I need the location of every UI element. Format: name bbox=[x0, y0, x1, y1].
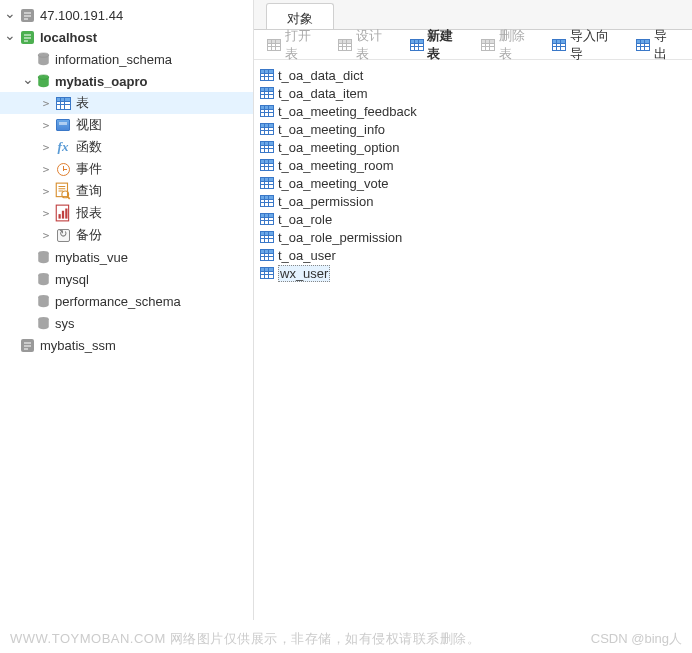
table-name: t_oa_user bbox=[278, 248, 336, 263]
queries-node[interactable]: 查询 bbox=[0, 180, 253, 202]
table-row[interactable]: t_oa_meeting_info bbox=[258, 120, 688, 138]
node-label: performance_schema bbox=[55, 294, 181, 309]
import-icon bbox=[551, 37, 567, 53]
connection-icon bbox=[18, 336, 36, 354]
table-row[interactable]: t_oa_meeting_option bbox=[258, 138, 688, 156]
database-node[interactable]: performance_schema bbox=[0, 290, 253, 312]
node-label: localhost bbox=[40, 30, 97, 45]
table-icon bbox=[260, 231, 274, 243]
node-label: 47.100.191.44 bbox=[40, 8, 123, 23]
node-label: 备份 bbox=[76, 226, 102, 244]
table-icon bbox=[260, 249, 274, 261]
table-row[interactable]: t_oa_role bbox=[258, 210, 688, 228]
expand-icon[interactable] bbox=[38, 202, 54, 224]
node-label: 视图 bbox=[76, 116, 102, 134]
table-icon bbox=[260, 195, 274, 207]
content-panel: 对象 打开表 设计表 新建表 删除表 导入向导 bbox=[253, 0, 692, 620]
expand-icon[interactable] bbox=[2, 26, 18, 48]
table-icon bbox=[260, 141, 274, 153]
table-name: wx_user bbox=[278, 265, 330, 282]
table-name: t_oa_data_dict bbox=[278, 68, 363, 83]
node-label: 报表 bbox=[76, 204, 102, 222]
node-label: 查询 bbox=[76, 182, 102, 200]
function-icon: fx bbox=[54, 138, 72, 156]
expand-icon[interactable] bbox=[38, 114, 54, 136]
svg-rect-11 bbox=[65, 209, 67, 219]
node-label: information_schema bbox=[55, 52, 172, 67]
database-node[interactable]: sys bbox=[0, 312, 253, 334]
table-row[interactable]: t_oa_user bbox=[258, 246, 688, 264]
btn-label: 导入向导 bbox=[570, 27, 621, 63]
table-row[interactable]: t_oa_data_item bbox=[258, 84, 688, 102]
footer-watermark: WWW.TOYMOBAN.COM 网络图片仅供展示，非存储，如有侵权请联系删除。… bbox=[0, 625, 692, 653]
expand-icon[interactable] bbox=[38, 136, 54, 158]
database-node[interactable]: mysql bbox=[0, 268, 253, 290]
view-icon bbox=[54, 116, 72, 134]
btn-label: 新建表 bbox=[427, 27, 466, 63]
table-row[interactable]: t_oa_permission bbox=[258, 192, 688, 210]
export-icon bbox=[636, 37, 652, 53]
expand-icon[interactable] bbox=[2, 4, 18, 26]
table-row[interactable]: wx_user bbox=[258, 264, 688, 282]
table-name: t_oa_role bbox=[278, 212, 332, 227]
table-name: t_oa_meeting_option bbox=[278, 140, 399, 155]
table-icon bbox=[260, 159, 274, 171]
open-table-icon bbox=[266, 37, 282, 53]
expand-icon[interactable] bbox=[38, 224, 54, 246]
reports-node[interactable]: 报表 bbox=[0, 202, 253, 224]
event-icon bbox=[54, 160, 72, 178]
expand-icon[interactable] bbox=[20, 70, 36, 92]
table-icon bbox=[54, 94, 72, 112]
btn-label: 设计表 bbox=[356, 27, 395, 63]
expand-icon[interactable] bbox=[38, 92, 54, 114]
new-table-icon bbox=[409, 37, 425, 53]
table-row[interactable]: t_oa_role_permission bbox=[258, 228, 688, 246]
node-label: 事件 bbox=[76, 160, 102, 178]
node-label: mybatis_oapro bbox=[55, 74, 147, 89]
table-icon bbox=[260, 87, 274, 99]
btn-label: 打开表 bbox=[285, 27, 324, 63]
database-icon bbox=[36, 294, 51, 308]
table-icon bbox=[260, 213, 274, 225]
node-label: mybatis_vue bbox=[55, 250, 128, 265]
table-name: t_oa_role_permission bbox=[278, 230, 402, 245]
table-row[interactable]: t_oa_meeting_vote bbox=[258, 174, 688, 192]
events-node[interactable]: 事件 bbox=[0, 158, 253, 180]
toolbar: 打开表 设计表 新建表 删除表 导入向导 导出 bbox=[254, 30, 692, 60]
database-icon bbox=[36, 52, 51, 66]
table-row[interactable]: t_oa_meeting_room bbox=[258, 156, 688, 174]
report-icon bbox=[54, 204, 72, 222]
database-icon bbox=[36, 74, 51, 88]
connection-node[interactable]: localhost bbox=[0, 26, 253, 48]
table-name: t_oa_meeting_feedback bbox=[278, 104, 417, 119]
table-icon bbox=[260, 123, 274, 135]
database-icon bbox=[36, 316, 51, 330]
table-name: t_oa_meeting_info bbox=[278, 122, 385, 137]
connection-tree: 47.100.191.44 localhost information_sche… bbox=[0, 0, 253, 620]
table-name: t_oa_meeting_room bbox=[278, 158, 394, 173]
expand-icon[interactable] bbox=[38, 158, 54, 180]
database-node[interactable]: mybatis_vue bbox=[0, 246, 253, 268]
table-icon bbox=[260, 69, 274, 81]
database-node[interactable]: information_schema bbox=[0, 48, 253, 70]
table-name: t_oa_permission bbox=[278, 194, 373, 209]
connection-node[interactable]: mybatis_ssm bbox=[0, 334, 253, 356]
backups-node[interactable]: 备份 bbox=[0, 224, 253, 246]
expand-icon[interactable] bbox=[38, 180, 54, 202]
table-row[interactable]: t_oa_meeting_feedback bbox=[258, 102, 688, 120]
design-table-icon bbox=[337, 37, 353, 53]
database-icon bbox=[36, 250, 51, 264]
functions-node[interactable]: fx 函数 bbox=[0, 136, 253, 158]
connection-icon bbox=[18, 6, 36, 24]
node-label: mybatis_ssm bbox=[40, 338, 116, 353]
query-icon bbox=[54, 182, 72, 200]
node-label: mysql bbox=[55, 272, 89, 287]
views-node[interactable]: 视图 bbox=[0, 114, 253, 136]
backup-icon bbox=[54, 226, 72, 244]
table-row[interactable]: t_oa_data_dict bbox=[258, 66, 688, 84]
database-node[interactable]: mybatis_oapro bbox=[0, 70, 253, 92]
connection-node[interactable]: 47.100.191.44 bbox=[0, 4, 253, 26]
database-icon bbox=[36, 272, 51, 286]
tables-node[interactable]: 表 bbox=[0, 92, 253, 114]
table-icon bbox=[260, 177, 274, 189]
